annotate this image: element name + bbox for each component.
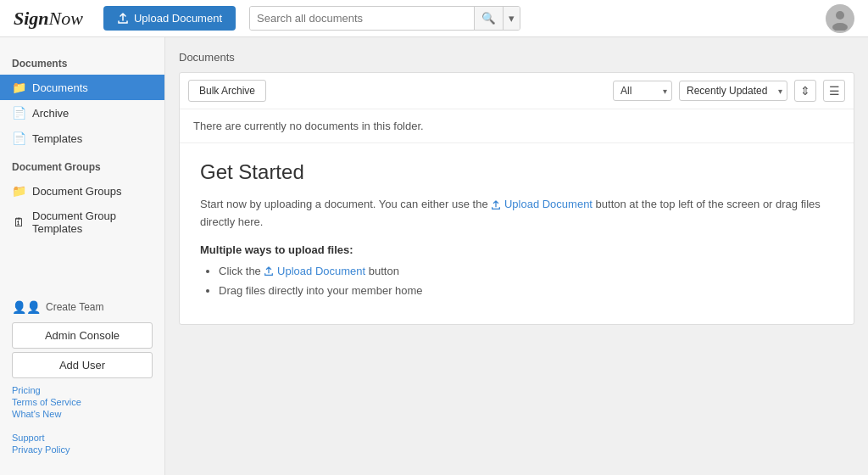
get-started-section: Get Started Start now by uploading a doc… bbox=[180, 143, 854, 324]
multiple-ways-heading: Multiple ways to upload files: bbox=[200, 243, 833, 256]
search-icon-button[interactable]: 🔍 bbox=[474, 7, 503, 30]
team-icon: 👤👤 bbox=[12, 300, 41, 314]
add-user-button[interactable]: Add User bbox=[12, 352, 153, 378]
logo: SignNow bbox=[14, 8, 83, 30]
sort-icon-button[interactable]: ⇕ bbox=[794, 80, 816, 102]
sort-select-wrap: Recently Updated bbox=[679, 81, 787, 101]
template-icon: 📄 bbox=[12, 131, 25, 145]
filter-select-wrap: All bbox=[613, 81, 672, 101]
search-input[interactable] bbox=[250, 7, 474, 30]
sidebar-item-document-group-templates[interactable]: 🗓 Document Group Templates bbox=[0, 204, 164, 241]
privacy-link[interactable]: Privacy Policy bbox=[12, 444, 70, 455]
upload-document-link-2[interactable]: Upload Document bbox=[277, 265, 365, 277]
upload-button-label: Upload Document bbox=[134, 12, 222, 25]
upload-document-button[interactable]: Upload Document bbox=[103, 6, 236, 31]
content-area: Documents Bulk Archive All Recently Upda… bbox=[165, 37, 868, 475]
upload-inline-icon bbox=[491, 198, 504, 210]
svg-point-0 bbox=[836, 11, 844, 20]
sidebar-links: Pricing Terms of Service What's New Supp… bbox=[12, 385, 153, 455]
whats-new-link[interactable]: What's New bbox=[12, 409, 81, 419]
archive-icon: 📄 bbox=[12, 106, 25, 120]
sidebar-item-documents-label: Documents bbox=[32, 81, 88, 94]
document-groups-section-label: Document Groups bbox=[0, 161, 164, 178]
sidebar-top: Documents 📁 Documents 📄 Archive 📄 Templa… bbox=[0, 51, 164, 241]
search-container: 🔍 ▾ bbox=[249, 6, 520, 31]
sidebar-bottom: 👤👤 Create Team Admin Console Add User Pr… bbox=[0, 290, 164, 461]
documents-panel: Bulk Archive All Recently Updated ⇕ ☰ bbox=[179, 72, 854, 325]
upload-method-button: Click the Upload Document button bbox=[219, 261, 833, 281]
upload-methods-list: Click the Upload Document button Drag fi… bbox=[200, 261, 833, 301]
bulk-archive-button[interactable]: Bulk Archive bbox=[188, 80, 266, 102]
upload-icon bbox=[117, 13, 129, 25]
filter-select[interactable]: All bbox=[613, 81, 672, 101]
sidebar-links-col-1: Pricing Terms of Service What's New bbox=[12, 385, 81, 419]
pricing-link[interactable]: Pricing bbox=[12, 385, 81, 395]
sidebar-item-templates-label: Templates bbox=[32, 132, 82, 145]
support-link[interactable]: Support bbox=[12, 433, 70, 443]
sidebar-item-document-groups-label: Document Groups bbox=[32, 185, 122, 198]
search-icon: 🔍 bbox=[481, 12, 496, 25]
folder-icon: 📁 bbox=[12, 184, 25, 198]
list-icon: ☰ bbox=[829, 84, 840, 98]
create-team-label: Create Team bbox=[46, 301, 103, 313]
svg-point-1 bbox=[832, 23, 848, 31]
create-team: 👤👤 Create Team bbox=[12, 300, 153, 314]
top-nav: SignNow Upload Document 🔍 ▾ bbox=[0, 0, 868, 37]
upload-icon-inline bbox=[264, 265, 277, 277]
sidebar-item-templates[interactable]: 📄 Templates bbox=[0, 126, 164, 151]
sidebar-item-archive-label: Archive bbox=[32, 107, 69, 120]
sidebar-item-document-group-templates-label: Document Group Templates bbox=[32, 210, 153, 235]
multiple-ways-label: Multiple ways to upload files: Click the… bbox=[200, 243, 833, 301]
get-started-heading: Get Started bbox=[200, 160, 833, 184]
admin-console-button[interactable]: Admin Console bbox=[12, 322, 153, 349]
get-started-paragraph: Start now by uploading a document. You c… bbox=[200, 196, 833, 232]
sort-select[interactable]: Recently Updated bbox=[679, 81, 787, 101]
sidebar-item-document-groups[interactable]: 📁 Document Groups bbox=[0, 178, 164, 204]
avatar[interactable] bbox=[826, 4, 854, 33]
sidebar: Documents 📁 Documents 📄 Archive 📄 Templa… bbox=[0, 37, 165, 475]
main-layout: Documents 📁 Documents 📄 Archive 📄 Templa… bbox=[0, 37, 868, 475]
upload-document-link[interactable]: Upload Document bbox=[504, 198, 593, 210]
chevron-down-icon: ▾ bbox=[509, 12, 515, 25]
panel-toolbar: Bulk Archive All Recently Updated ⇕ ☰ bbox=[180, 73, 854, 109]
terms-link[interactable]: Terms of Service bbox=[12, 397, 81, 407]
upload-method-drag: Drag files directly into your member hom… bbox=[219, 281, 833, 300]
sidebar-links-col-2: Support Privacy Policy bbox=[12, 433, 70, 455]
sort-icon: ⇕ bbox=[800, 84, 810, 98]
sidebar-item-archive[interactable]: 📄 Archive bbox=[0, 100, 164, 126]
documents-section-label: Documents bbox=[0, 58, 164, 75]
folder-open-icon: 📁 bbox=[12, 81, 25, 94]
breadcrumb: Documents bbox=[179, 51, 854, 64]
sidebar-item-documents[interactable]: 📁 Documents bbox=[0, 75, 164, 100]
empty-message: There are currently no documents in this… bbox=[180, 109, 854, 143]
list-view-button[interactable]: ☰ bbox=[823, 80, 845, 102]
group-template-icon: 🗓 bbox=[12, 215, 25, 229]
search-dropdown-button[interactable]: ▾ bbox=[503, 7, 520, 30]
